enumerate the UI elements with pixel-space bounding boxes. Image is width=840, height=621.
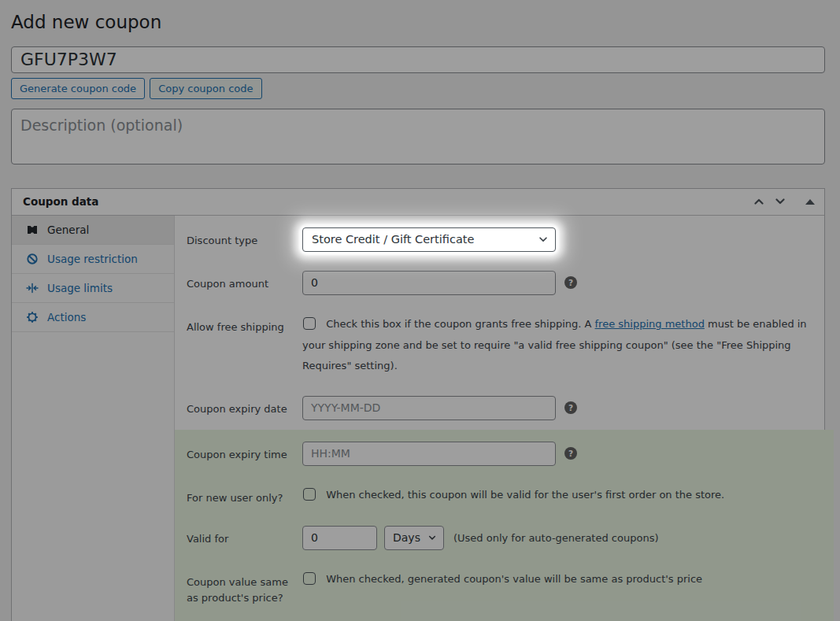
tab-usage-limits[interactable]: Usage limits xyxy=(12,274,174,303)
value-same-as-product-label: Coupon value same as product's price? xyxy=(187,569,302,608)
value-same-as-product-checkbox[interactable] xyxy=(303,572,316,585)
valid-for-unit-select[interactable]: Days xyxy=(384,526,444,550)
expiry-time-label: Coupon expiry time xyxy=(187,442,302,464)
coupon-data-header: Coupon data xyxy=(12,189,824,216)
tab-actions[interactable]: Actions xyxy=(12,303,174,332)
tab-usage-restriction[interactable]: Usage restriction xyxy=(12,245,174,274)
valid-for-input[interactable] xyxy=(302,526,377,550)
coupon-code-input[interactable] xyxy=(11,46,825,73)
smart-coupons-section: Coupon expiry time ? For new user only? xyxy=(175,430,834,621)
tab-general[interactable]: General xyxy=(12,216,174,245)
add-coupon-page: Add new coupon Generate coupon code Copy… xyxy=(0,0,840,621)
valid-for-label: Valid for xyxy=(187,526,302,548)
no-entry-icon xyxy=(26,253,39,265)
tab-actions-label: Actions xyxy=(47,311,86,323)
metabox-title: Coupon data xyxy=(23,195,98,208)
coupon-description-input[interactable] xyxy=(11,109,825,164)
page-title: Add new coupon xyxy=(11,11,825,35)
tab-usage-restriction-label: Usage restriction xyxy=(47,253,138,265)
valid-for-row: Valid for Days (Used on xyxy=(175,516,834,560)
value-same-as-product-text: When checked, generated coupon's value w… xyxy=(326,573,702,585)
free-shipping-label: Allow free shipping xyxy=(187,314,302,336)
free-shipping-checkbox[interactable] xyxy=(303,317,316,330)
coupon-code-buttons: Generate coupon code Copy coupon code xyxy=(11,78,825,99)
help-icon[interactable]: ? xyxy=(564,447,577,460)
expiry-time-row: Coupon expiry time ? xyxy=(175,430,834,475)
new-user-only-text: When checked, this coupon will be valid … xyxy=(326,489,724,501)
general-tab-content: Discount type Store Credit / Gift Certif… xyxy=(175,216,834,621)
discount-type-label: Discount type xyxy=(187,227,302,250)
tab-usage-limits-label: Usage limits xyxy=(47,282,113,294)
free-shipping-text-before: Check this box if the coupon grants free… xyxy=(326,318,594,330)
compress-icon xyxy=(26,282,39,294)
new-user-only-description: When checked, this coupon will be valid … xyxy=(302,485,818,506)
valid-for-note: (Used only for auto-generated coupons) xyxy=(453,532,658,544)
free-shipping-description: Check this box if the coupon grants free… xyxy=(302,314,818,377)
value-same-as-product-description: When checked, generated coupon's value w… xyxy=(302,569,818,590)
tab-general-label: General xyxy=(47,224,89,236)
coupon-amount-row: Coupon amount ? xyxy=(175,261,834,305)
expiry-date-row: Coupon expiry date ? xyxy=(175,386,834,430)
coupon-data-metabox: Coupon data General xyxy=(11,188,825,621)
new-user-only-checkbox[interactable] xyxy=(303,488,316,501)
free-shipping-method-link[interactable]: free shipping method xyxy=(595,318,705,330)
toggle-panel-icon[interactable] xyxy=(805,199,815,205)
gear-icon xyxy=(26,311,39,323)
new-user-only-label: For new user only? xyxy=(187,485,302,507)
move-up-icon[interactable] xyxy=(752,194,766,209)
coupon-amount-label: Coupon amount xyxy=(187,271,302,293)
metabox-handle-actions xyxy=(752,194,815,209)
discount-type-row: Discount type Store Credit / Gift Certif… xyxy=(175,216,834,261)
help-icon[interactable]: ? xyxy=(564,276,577,289)
free-shipping-row: Allow free shipping Check this box if th… xyxy=(175,305,834,386)
expiry-date-input[interactable] xyxy=(302,396,556,420)
ticket-icon xyxy=(26,224,39,236)
coupon-amount-input[interactable] xyxy=(302,271,556,295)
new-user-only-row: For new user only? When checked, this co… xyxy=(175,475,834,516)
code-format-row: Coupon code format coupon_code (We recom… xyxy=(175,616,834,621)
expiry-time-input[interactable] xyxy=(302,442,556,466)
discount-type-highlight: Store Credit / Gift Certificate xyxy=(302,227,556,252)
coupon-data-panel: General Usage restriction xyxy=(12,216,824,621)
discount-type-select[interactable]: Store Credit / Gift Certificate xyxy=(302,227,556,252)
help-icon[interactable]: ? xyxy=(564,401,577,414)
value-same-as-product-row: Coupon value same as product's price? Wh… xyxy=(175,560,834,617)
expiry-date-label: Coupon expiry date xyxy=(187,396,302,418)
copy-coupon-code-button[interactable]: Copy coupon code xyxy=(150,78,261,99)
coupon-data-tabs: General Usage restriction xyxy=(12,216,175,621)
generate-coupon-code-button[interactable]: Generate coupon code xyxy=(11,78,145,99)
move-down-icon[interactable] xyxy=(773,194,787,209)
